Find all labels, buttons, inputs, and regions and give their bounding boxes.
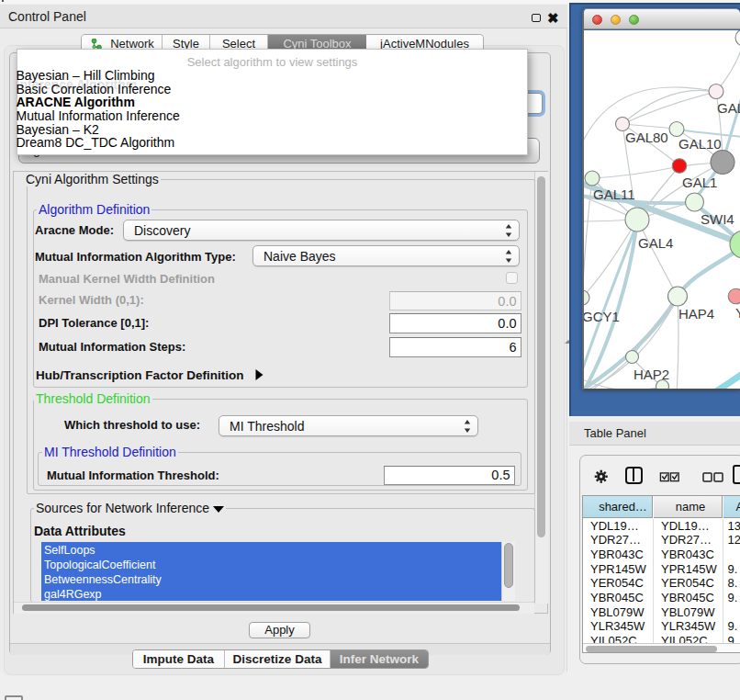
svg-text:GAL11: GAL11 — [593, 186, 635, 202]
svg-text:SWI4: SWI4 — [701, 211, 734, 227]
svg-text:GAL10: GAL10 — [678, 136, 722, 152]
svg-text:Y: Y — [735, 305, 740, 321]
svg-text:GAL80: GAL80 — [625, 130, 668, 145]
svg-text:HAP4: HAP4 — [678, 306, 714, 322]
svg-text:HAP2: HAP2 — [633, 367, 669, 382]
svg-text:GAL2: GAL2 — [717, 100, 740, 116]
svg-text:GCY1: GCY1 — [584, 309, 620, 324]
svg-text:GAL1: GAL1 — [682, 175, 717, 190]
svg-text:GAL4: GAL4 — [638, 235, 673, 251]
